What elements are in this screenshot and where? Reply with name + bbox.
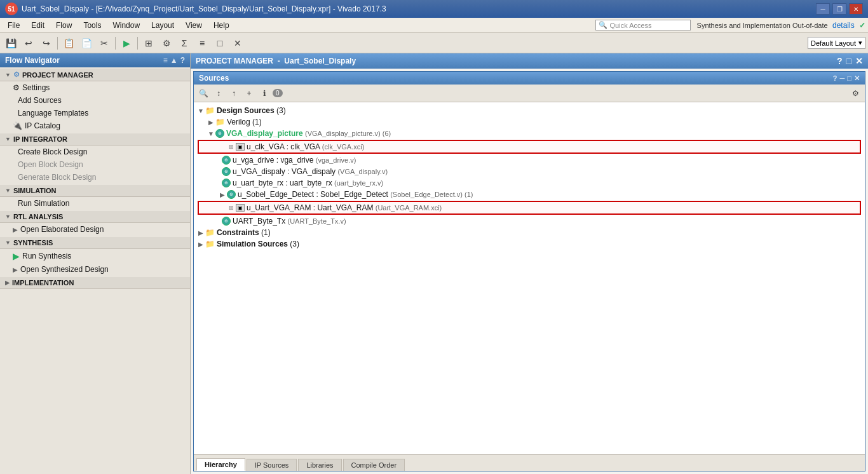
menu-file[interactable]: File xyxy=(3,20,25,31)
copy-button[interactable]: 📋 xyxy=(60,36,77,51)
tree-item-u-vga-drive[interactable]: ⊕ u_vga_drive : vga_drive (vga_drive.v) xyxy=(194,154,865,166)
minimize-button[interactable]: ─ xyxy=(816,3,830,15)
menu-edit[interactable]: Edit xyxy=(26,20,50,31)
tree-item-verilog[interactable]: ▶ 📁 Verilog (1) xyxy=(194,116,865,128)
expand-all-button[interactable]: ↑ xyxy=(227,87,241,100)
menu-view[interactable]: View xyxy=(180,20,207,31)
nav-help-icon[interactable]: ? xyxy=(180,56,185,65)
tab-libraries[interactable]: Libraries xyxy=(298,459,341,471)
constraints-expand-icon[interactable]: ▶ xyxy=(196,229,205,236)
nav-section-header-ip-integrator[interactable]: ▼ IP INTEGRATOR xyxy=(0,133,190,146)
design-sources-folder-icon: 📁 xyxy=(205,106,215,115)
menu-layout[interactable]: Layout xyxy=(146,20,179,31)
pm-help-icon[interactable]: ? xyxy=(837,56,843,66)
verilog-expand-icon[interactable]: ▶ xyxy=(207,119,215,126)
elaborated-expand-icon: ▶ xyxy=(13,226,18,233)
title-bar-controls[interactable]: ─ ❐ ✕ xyxy=(816,3,863,15)
sources-restore-icon[interactable]: □ xyxy=(847,74,851,82)
nav-item-language-templates[interactable]: Language Templates xyxy=(0,107,190,119)
nav-item-run-synthesis[interactable]: ▶ Run Synthesis xyxy=(0,249,190,263)
status-details-link[interactable]: details xyxy=(832,21,855,30)
design-sources-expand-icon[interactable]: ▼ xyxy=(196,107,205,114)
clk-vga-expand-icon[interactable]: ⊞ xyxy=(227,144,236,150)
tab-hierarchy[interactable]: Hierarchy xyxy=(196,458,245,471)
window-button[interactable]: □ xyxy=(212,36,228,51)
vga-expand-icon[interactable]: ▼ xyxy=(207,130,215,137)
tree-item-u-vga-dispaly[interactable]: ⊕ u_VGA_dispaly : VGA_dispaly (VGA_dispa… xyxy=(194,166,865,177)
tree-item-uart-byte-tx[interactable]: ⊕ UART_Byte_Tx (UART_Byte_Tx.v) xyxy=(194,215,865,227)
pm-restore-icon[interactable]: □ xyxy=(846,56,851,66)
undo-button[interactable]: ↩ xyxy=(20,36,37,51)
x-button[interactable]: ✕ xyxy=(229,36,246,51)
close-button[interactable]: ✕ xyxy=(849,3,863,15)
nav-item-add-sources[interactable]: Add Sources xyxy=(0,94,190,107)
sources-settings-button[interactable]: ⚙ xyxy=(848,87,862,100)
toolbar-separator-2 xyxy=(115,37,116,50)
nav-section-header-rtl-analysis[interactable]: ▼ RTL ANALYSIS xyxy=(0,211,190,223)
sources-help-icon[interactable]: ? xyxy=(833,74,837,82)
nav-expand-icon[interactable]: ▲ xyxy=(170,56,178,65)
flow-navigator-header: Flow Navigator ≡ ▲ ? xyxy=(0,53,190,67)
collapse-all-button[interactable]: ↕ xyxy=(212,87,226,100)
nav-item-open-synthesized-design[interactable]: ▶ Open Synthesized Design xyxy=(0,263,190,276)
sources-minimize-icon[interactable]: ─ xyxy=(840,74,845,82)
paste-button[interactable]: 📄 xyxy=(78,36,95,51)
nav-item-ip-catalog[interactable]: 🔌 IP Catalog xyxy=(0,119,190,132)
nav-scroll-area[interactable]: ▼ ⚙ PROJECT MANAGER ⚙ Settings Add Sourc… xyxy=(0,67,190,474)
simulation-sources-expand-icon[interactable]: ▶ xyxy=(196,241,205,248)
search-sources-button[interactable]: 🔍 xyxy=(196,87,210,100)
constraints-folder-icon: 📁 xyxy=(205,228,215,237)
design-sources-label: Design Sources (3) xyxy=(217,106,286,115)
tree-item-simulation-sources[interactable]: ▶ 📁 Simulation Sources (3) xyxy=(194,238,865,250)
menu-help[interactable]: Help xyxy=(208,20,234,31)
sigma-button[interactable]: Σ xyxy=(176,36,193,51)
add-source-button[interactable]: + xyxy=(242,87,256,100)
menu-flow[interactable]: Flow xyxy=(51,20,77,31)
settings-button[interactable]: ⚙ xyxy=(158,36,175,51)
title-bar-left: 51 Uart_Sobel_Dispaly - [E:/Vivado/Zynq_… xyxy=(5,3,386,15)
tree-item-constraints[interactable]: ▶ 📁 Constraints (1) xyxy=(194,227,865,238)
flow-navigator-title: Flow Navigator xyxy=(5,56,60,65)
layout-selector[interactable]: Default Layout ▾ xyxy=(808,37,865,49)
tree-item-u-uart-vga-ram[interactable]: ⊞ ▣ u_Uart_VGA_RAM : Uart_VGA_RAM (Uart_… xyxy=(199,202,860,213)
quick-access-search[interactable]: 🔍 Quick Access xyxy=(595,20,691,30)
menu-tools[interactable]: Tools xyxy=(78,20,106,31)
pm-close-icon[interactable]: ✕ xyxy=(855,56,863,66)
menu-window[interactable]: Window xyxy=(107,20,145,31)
pm-header-controls: ? □ ✕ xyxy=(837,56,863,66)
layout-button[interactable]: ⊞ xyxy=(140,36,157,51)
status-checkmark: ✓ xyxy=(859,21,865,30)
nav-collapse-icon[interactable]: ≡ xyxy=(163,56,168,65)
uart-vga-ram-expand-icon[interactable]: ⊞ xyxy=(227,205,236,211)
sources-header-icons: ? ─ □ ✕ xyxy=(833,74,860,83)
tab-compile-order[interactable]: Compile Order xyxy=(343,459,405,471)
restore-button[interactable]: ❐ xyxy=(832,3,846,15)
sim-chevron: ▼ xyxy=(5,187,11,194)
nav-item-settings[interactable]: ⚙ Settings xyxy=(0,81,190,94)
save-button[interactable]: 💾 xyxy=(3,36,19,51)
sobel-expand-icon[interactable]: ▶ xyxy=(218,191,227,198)
tree-view[interactable]: ▼ 📁 Design Sources (3) ▶ 📁 Verilog (1) ▼… xyxy=(194,102,865,454)
cut-button[interactable]: ✂ xyxy=(96,36,112,51)
nav-item-open-elaborated-design[interactable]: ▶ Open Elaborated Design xyxy=(0,223,190,236)
nav-section-header-implementation[interactable]: ▶ IMPLEMENTATION xyxy=(0,277,190,289)
window-title: Uart_Sobel_Dispaly - [E:/Vivado/Zynq_Pro… xyxy=(22,4,386,13)
tree-item-u-sobel-edge[interactable]: ▶ ⊕ u_Sobel_Edge_Detect : Sobel_Edge_Det… xyxy=(194,189,865,200)
nav-section-header-project-manager[interactable]: ▼ ⚙ PROJECT MANAGER xyxy=(0,69,190,81)
main-container: Flow Navigator ≡ ▲ ? ▼ ⚙ PROJECT MANAGER… xyxy=(0,53,868,474)
tree-item-u-clk-vga[interactable]: ⊞ ▣ u_clk_VGA : clk_VGA (clk_VGA.xci) xyxy=(199,141,860,152)
nav-section-header-simulation[interactable]: ▼ SIMULATION xyxy=(0,185,190,197)
nav-item-create-block-design[interactable]: Create Block Design xyxy=(0,146,190,158)
tab-ip-sources[interactable]: IP Sources xyxy=(247,459,297,471)
tree-item-u-uart-byte-rx[interactable]: ⊕ u_uart_byte_rx : uart_byte_rx (uart_by… xyxy=(194,177,865,189)
sources-close-icon[interactable]: ✕ xyxy=(854,74,860,83)
list-button[interactable]: ≡ xyxy=(194,36,210,51)
run-button[interactable]: ▶ xyxy=(118,36,135,51)
nav-section-header-synthesis[interactable]: ▼ SYNTHESIS xyxy=(0,237,190,249)
tree-item-design-sources[interactable]: ▼ 📁 Design Sources (3) xyxy=(194,105,865,116)
tree-item-vga-display-picture[interactable]: ▼ ⊕ VGA_display_picture (VGA_display_pic… xyxy=(194,128,865,139)
nav-item-run-simulation[interactable]: Run Simulation xyxy=(0,197,190,210)
redo-button[interactable]: ↪ xyxy=(38,36,55,51)
right-panel: PROJECT MANAGER - Uart_Sobel_Dispaly ? □… xyxy=(191,53,868,474)
source-info-button[interactable]: ℹ xyxy=(257,87,271,100)
